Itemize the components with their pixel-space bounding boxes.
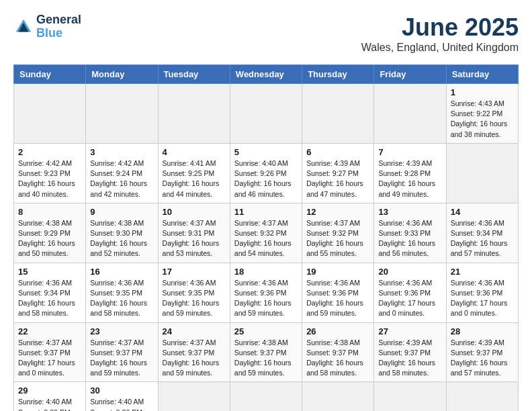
day-number: 3 [90, 147, 153, 157]
calendar-day-cell: 26Sunrise: 4:38 AMSunset: 9:37 PMDayligh… [302, 322, 374, 382]
day-number: 23 [90, 326, 153, 336]
day-number: 12 [306, 207, 369, 217]
day-info: Sunrise: 4:39 AMSunset: 9:27 PMDaylight:… [306, 158, 369, 199]
calendar-day-cell: 7Sunrise: 4:39 AMSunset: 9:28 PMDaylight… [374, 143, 446, 203]
day-info: Sunrise: 4:36 AMSunset: 9:35 PMDaylight:… [163, 278, 226, 319]
day-info: Sunrise: 4:36 AMSunset: 9:34 PMDaylight:… [18, 278, 81, 319]
day-number: 6 [306, 147, 369, 157]
calendar-day-cell: 28Sunrise: 4:39 AMSunset: 9:37 PMDayligh… [446, 322, 518, 382]
day-info: Sunrise: 4:36 AMSunset: 9:36 PMDaylight:… [234, 278, 298, 319]
day-info: Sunrise: 4:39 AMSunset: 9:28 PMDaylight:… [378, 158, 441, 199]
calendar-day-cell: 2Sunrise: 4:42 AMSunset: 9:23 PMDaylight… [14, 143, 86, 203]
day-number: 16 [90, 267, 153, 277]
calendar-day-cell: 4Sunrise: 4:41 AMSunset: 9:25 PMDaylight… [158, 143, 230, 203]
calendar-day-cell [302, 382, 374, 411]
calendar-day-cell [446, 143, 518, 203]
day-info: Sunrise: 4:37 AMSunset: 9:32 PMDaylight:… [306, 218, 369, 259]
calendar-week-row: 1Sunrise: 4:43 AMSunset: 9:22 PMDaylight… [14, 84, 519, 144]
logo-general-text: General [36, 13, 81, 27]
calendar-day-cell: 1Sunrise: 4:43 AMSunset: 9:22 PMDaylight… [446, 84, 518, 144]
day-of-week-header: Monday [86, 65, 158, 84]
day-info: Sunrise: 4:38 AMSunset: 9:30 PMDaylight:… [90, 218, 153, 259]
day-info: Sunrise: 4:36 AMSunset: 9:35 PMDaylight:… [90, 278, 153, 319]
logo-icon [13, 17, 34, 37]
calendar-header-row: SundayMondayTuesdayWednesdayThursdayFrid… [14, 65, 519, 84]
calendar-day-cell [302, 84, 374, 144]
day-number: 5 [234, 147, 298, 157]
day-of-week-header: Wednesday [230, 65, 302, 84]
day-info: Sunrise: 4:38 AMSunset: 9:29 PMDaylight:… [18, 218, 81, 259]
day-info: Sunrise: 4:40 AMSunset: 9:36 PMDaylight:… [90, 397, 153, 411]
day-of-week-header: Tuesday [158, 65, 230, 84]
day-info: Sunrise: 4:42 AMSunset: 9:23 PMDaylight:… [18, 158, 81, 199]
calendar-day-cell: 11Sunrise: 4:37 AMSunset: 9:32 PMDayligh… [230, 203, 302, 263]
calendar-day-cell: 10Sunrise: 4:37 AMSunset: 9:31 PMDayligh… [158, 203, 230, 263]
day-info: Sunrise: 4:36 AMSunset: 9:33 PMDaylight:… [378, 218, 441, 259]
calendar-day-cell: 25Sunrise: 4:38 AMSunset: 9:37 PMDayligh… [230, 322, 302, 382]
calendar-day-cell: 27Sunrise: 4:39 AMSunset: 9:37 PMDayligh… [374, 322, 446, 382]
calendar-week-row: 8Sunrise: 4:38 AMSunset: 9:29 PMDaylight… [14, 203, 519, 263]
calendar-day-cell: 13Sunrise: 4:36 AMSunset: 9:33 PMDayligh… [374, 203, 446, 263]
calendar-day-cell [158, 382, 230, 411]
calendar-day-cell: 3Sunrise: 4:42 AMSunset: 9:24 PMDaylight… [86, 143, 158, 203]
day-number: 20 [378, 267, 441, 277]
day-info: Sunrise: 4:40 AMSunset: 9:26 PMDaylight:… [234, 158, 298, 199]
calendar-day-cell: 6Sunrise: 4:39 AMSunset: 9:27 PMDaylight… [302, 143, 374, 203]
calendar-day-cell: 15Sunrise: 4:36 AMSunset: 9:34 PMDayligh… [14, 263, 86, 322]
calendar-day-cell: 9Sunrise: 4:38 AMSunset: 9:30 PMDaylight… [86, 203, 158, 263]
calendar-day-cell [230, 84, 302, 144]
day-number: 4 [163, 147, 226, 157]
title-area: June 2025 Wales, England, United Kingdom [361, 13, 519, 54]
day-info: Sunrise: 4:39 AMSunset: 9:37 PMDaylight:… [451, 338, 514, 379]
calendar-day-cell [14, 84, 86, 144]
day-info: Sunrise: 4:37 AMSunset: 9:37 PMDaylight:… [18, 338, 81, 379]
day-info: Sunrise: 4:40 AMSunset: 9:36 PMDaylight:… [18, 397, 81, 411]
calendar-week-row: 2Sunrise: 4:42 AMSunset: 9:23 PMDaylight… [14, 143, 519, 203]
calendar-day-cell: 21Sunrise: 4:36 AMSunset: 9:36 PMDayligh… [446, 263, 518, 322]
day-number: 1 [451, 87, 514, 97]
day-info: Sunrise: 4:39 AMSunset: 9:37 PMDaylight:… [378, 338, 441, 379]
day-number: 24 [163, 326, 226, 336]
day-number: 13 [378, 207, 441, 217]
header: General Blue June 2025 Wales, England, U… [13, 13, 519, 54]
logo-text: General Blue [36, 13, 81, 40]
day-number: 8 [18, 207, 81, 217]
day-number: 19 [306, 267, 369, 277]
day-number: 27 [378, 326, 441, 336]
day-number: 21 [451, 267, 514, 277]
calendar-day-cell: 30Sunrise: 4:40 AMSunset: 9:36 PMDayligh… [86, 382, 158, 411]
day-of-week-header: Thursday [302, 65, 374, 84]
day-number: 25 [234, 326, 298, 336]
calendar-day-cell: 24Sunrise: 4:37 AMSunset: 9:37 PMDayligh… [158, 322, 230, 382]
calendar-day-cell: 14Sunrise: 4:36 AMSunset: 9:34 PMDayligh… [446, 203, 518, 263]
day-number: 15 [18, 267, 81, 277]
day-info: Sunrise: 4:37 AMSunset: 9:31 PMDaylight:… [163, 218, 226, 259]
calendar-day-cell: 16Sunrise: 4:36 AMSunset: 9:35 PMDayligh… [86, 263, 158, 322]
day-info: Sunrise: 4:41 AMSunset: 9:25 PMDaylight:… [163, 158, 226, 199]
day-number: 17 [163, 267, 226, 277]
day-of-week-header: Saturday [446, 65, 518, 84]
calendar-day-cell: 12Sunrise: 4:37 AMSunset: 9:32 PMDayligh… [302, 203, 374, 263]
calendar-day-cell [374, 84, 446, 144]
calendar-week-row: 15Sunrise: 4:36 AMSunset: 9:34 PMDayligh… [14, 263, 519, 322]
day-number: 9 [90, 207, 153, 217]
day-info: Sunrise: 4:38 AMSunset: 9:37 PMDaylight:… [306, 338, 369, 379]
calendar-week-row: 29Sunrise: 4:40 AMSunset: 9:36 PMDayligh… [14, 382, 519, 411]
day-number: 10 [163, 207, 226, 217]
day-number: 14 [451, 207, 514, 217]
calendar-day-cell: 29Sunrise: 4:40 AMSunset: 9:36 PMDayligh… [14, 382, 86, 411]
calendar-day-cell: 18Sunrise: 4:36 AMSunset: 9:36 PMDayligh… [230, 263, 302, 322]
day-info: Sunrise: 4:43 AMSunset: 9:22 PMDaylight:… [451, 99, 514, 140]
day-info: Sunrise: 4:38 AMSunset: 9:37 PMDaylight:… [234, 338, 298, 379]
day-number: 26 [306, 326, 369, 336]
day-info: Sunrise: 4:36 AMSunset: 9:36 PMDaylight:… [306, 278, 369, 319]
day-of-week-header: Friday [374, 65, 446, 84]
day-info: Sunrise: 4:42 AMSunset: 9:24 PMDaylight:… [90, 158, 153, 199]
day-number: 18 [234, 267, 298, 277]
calendar-day-cell: 17Sunrise: 4:36 AMSunset: 9:35 PMDayligh… [158, 263, 230, 322]
month-title: June 2025 [361, 13, 519, 42]
day-number: 7 [378, 147, 441, 157]
day-number: 11 [234, 207, 298, 217]
day-number: 30 [90, 385, 153, 396]
calendar-day-cell [230, 382, 302, 411]
